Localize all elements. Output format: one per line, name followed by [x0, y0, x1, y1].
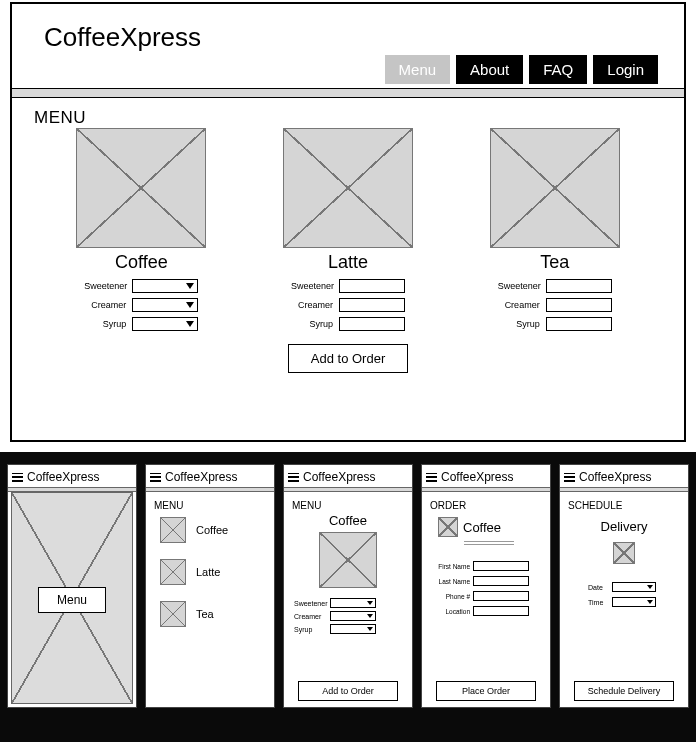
list-item[interactable]: Coffee: [160, 517, 268, 543]
hamburger-icon[interactable]: [564, 473, 575, 482]
desktop-wireframe: CoffeeXpress Menu About FAQ Login MENU C…: [10, 2, 686, 442]
product-name: Tea: [540, 252, 569, 273]
form-label: Last Name: [434, 578, 470, 585]
product-name: Latte: [196, 566, 220, 578]
option-label: Syrup: [294, 626, 326, 633]
form-label: Time: [588, 599, 608, 606]
main-nav: Menu About FAQ Login: [12, 49, 684, 84]
nav-login[interactable]: Login: [593, 55, 658, 84]
add-to-order-button[interactable]: Add to Order: [298, 681, 398, 701]
image-placeholder: [76, 128, 206, 248]
time-dropdown[interactable]: [612, 597, 656, 607]
image-placeholder: [283, 128, 413, 248]
last-name-input[interactable]: [473, 576, 529, 586]
creamer-input[interactable]: [546, 298, 612, 312]
product-name: Coffee: [463, 520, 501, 535]
schedule-subtitle: Delivery: [566, 519, 682, 534]
product-card-tea: Tea Sweetener Creamer Syrup: [465, 128, 645, 336]
image-placeholder: [613, 542, 635, 564]
section-title: ORDER: [430, 500, 544, 511]
sweetener-input[interactable]: [339, 279, 405, 293]
product-name: Coffee: [290, 513, 406, 528]
site-title: CoffeeXpress: [27, 470, 100, 484]
hamburger-icon[interactable]: [426, 473, 437, 482]
section-title: SCHEDULE: [568, 500, 682, 511]
option-label: Sweetener: [294, 600, 326, 607]
option-label: Sweetener: [291, 281, 333, 291]
header-separator: [12, 88, 684, 98]
mobile-screen-schedule: CoffeeXpress SCHEDULE Delivery Date Time…: [559, 464, 689, 708]
header: CoffeeXpress: [12, 4, 684, 53]
product-grid: Coffee Sweetener Creamer Syrup Latte Swe…: [12, 128, 684, 336]
syrup-input[interactable]: [339, 317, 405, 331]
hamburger-icon[interactable]: [12, 473, 23, 482]
place-order-button[interactable]: Place Order: [436, 681, 536, 701]
option-label: Sweetener: [498, 281, 540, 291]
section-title: MENU: [292, 500, 406, 511]
list-item[interactable]: Latte: [160, 559, 268, 585]
list-item[interactable]: Tea: [160, 601, 268, 627]
first-name-input[interactable]: [473, 561, 529, 571]
nav-about[interactable]: About: [456, 55, 523, 84]
sweetener-input[interactable]: [546, 279, 612, 293]
syrup-dropdown[interactable]: [132, 317, 198, 331]
hamburger-icon[interactable]: [288, 473, 299, 482]
creamer-input[interactable]: [339, 298, 405, 312]
option-label: Sweetener: [84, 281, 126, 291]
location-input[interactable]: [473, 606, 529, 616]
sweetener-dropdown[interactable]: [132, 279, 198, 293]
option-label: Creamer: [294, 613, 326, 620]
product-options: Sweetener Creamer Syrup: [291, 279, 405, 336]
image-placeholder: [438, 517, 458, 537]
nav-faq[interactable]: FAQ: [529, 55, 587, 84]
creamer-dropdown[interactable]: [330, 611, 376, 621]
divider: [464, 544, 514, 545]
option-label: Creamer: [498, 300, 540, 310]
image-placeholder: [160, 559, 186, 585]
option-label: Creamer: [291, 300, 333, 310]
product-card-latte: Latte Sweetener Creamer Syrup: [258, 128, 438, 336]
product-card-coffee: Coffee Sweetener Creamer Syrup: [51, 128, 231, 336]
mobile-screen-order: CoffeeXpress ORDER Coffee First Name Las…: [421, 464, 551, 708]
option-label: Syrup: [84, 319, 126, 329]
product-name: Tea: [196, 608, 214, 620]
mobile-screen-menu-list: CoffeeXpress MENU Coffee Latte Tea: [145, 464, 275, 708]
product-name: Latte: [328, 252, 368, 273]
order-form: First Name Last Name Phone # Location: [428, 561, 544, 616]
add-to-order-button[interactable]: Add to Order: [288, 344, 408, 373]
site-title: CoffeeXpress: [441, 470, 514, 484]
nav-menu[interactable]: Menu: [385, 55, 451, 84]
date-dropdown[interactable]: [612, 582, 656, 592]
product-name: Coffee: [196, 524, 228, 536]
divider: [464, 541, 514, 542]
creamer-dropdown[interactable]: [132, 298, 198, 312]
syrup-dropdown[interactable]: [330, 624, 376, 634]
form-label: Phone #: [434, 593, 470, 600]
syrup-input[interactable]: [546, 317, 612, 331]
form-label: First Name: [434, 563, 470, 570]
image-placeholder: [319, 532, 377, 588]
product-options: Sweetener Creamer Syrup: [498, 279, 612, 336]
option-label: Creamer: [84, 300, 126, 310]
mobile-screen-home: CoffeeXpress Menu: [7, 464, 137, 708]
site-title: CoffeeXpress: [303, 470, 376, 484]
hamburger-icon[interactable]: [150, 473, 161, 482]
section-title: MENU: [154, 500, 268, 511]
form-label: Location: [434, 608, 470, 615]
menu-button[interactable]: Menu: [38, 587, 106, 613]
product-name: Coffee: [115, 252, 168, 273]
phone-input[interactable]: [473, 591, 529, 601]
mobile-wireframes: CoffeeXpress Menu CoffeeXpress MENU Coff…: [0, 452, 696, 742]
schedule-delivery-button[interactable]: Schedule Delivery: [574, 681, 674, 701]
sweetener-dropdown[interactable]: [330, 598, 376, 608]
option-label: Syrup: [291, 319, 333, 329]
mobile-screen-product: CoffeeXpress MENU Coffee Sweetener Cream…: [283, 464, 413, 708]
site-title: CoffeeXpress: [165, 470, 238, 484]
form-label: Date: [588, 584, 608, 591]
site-title: CoffeeXpress: [579, 470, 652, 484]
image-placeholder: [160, 517, 186, 543]
product-options: Sweetener Creamer Syrup: [84, 279, 198, 336]
image-placeholder: [490, 128, 620, 248]
section-title: MENU: [12, 98, 684, 130]
image-placeholder: [160, 601, 186, 627]
